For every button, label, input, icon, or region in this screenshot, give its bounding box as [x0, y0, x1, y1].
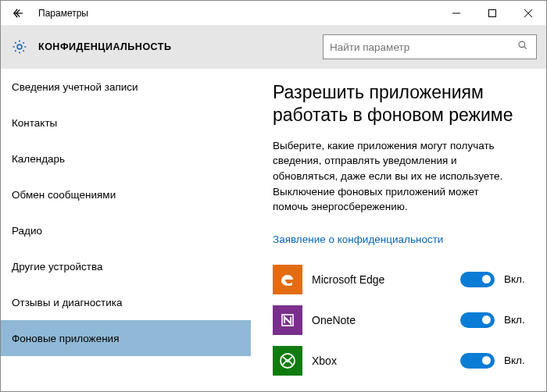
gear-icon — [10, 37, 29, 56]
content-pane: Разрешить приложениям работать в фоновом… — [251, 69, 546, 391]
app-name-label: Xbox — [312, 355, 451, 367]
app-name-label: OneNote — [312, 314, 451, 326]
app-row-edge: Microsoft Edge Вкл. — [273, 259, 531, 300]
sidebar-item-feedback[interactable]: Отзывы и диагностика — [1, 284, 251, 320]
search-icon — [517, 40, 530, 54]
app-row-xbox: Xbox Вкл. — [273, 340, 531, 381]
svg-point-6 — [519, 41, 525, 48]
toggle-state-label: Вкл. — [504, 355, 531, 366]
sidebar-item-label: Календарь — [12, 153, 65, 165]
sidebar-item-label: Сведения учетной записи — [12, 81, 138, 93]
minimize-button[interactable] — [438, 1, 474, 25]
back-button[interactable] — [1, 1, 35, 25]
window-title: Параметры — [35, 8, 88, 19]
settings-window: Параметры КОНФИДЕНЦИАЛЬНОСТЬ — [0, 0, 547, 392]
sidebar-item-other-devices[interactable]: Другие устройства — [1, 248, 251, 284]
sidebar-item-label: Другие устройства — [12, 261, 103, 273]
sidebar-item-contacts[interactable]: Контакты — [1, 105, 251, 141]
toggle-onenote[interactable] — [460, 312, 495, 328]
sidebar-item-calendar[interactable]: Календарь — [1, 141, 251, 176]
app-row-onenote: OneNote Вкл. — [273, 300, 531, 340]
svg-point-5 — [17, 45, 22, 49]
page-heading: Разрешить приложениям работать в фоновом… — [273, 81, 531, 127]
edge-icon — [273, 265, 302, 294]
sidebar-item-messaging[interactable]: Обмен сообщениями — [1, 176, 251, 212]
search-input[interactable] — [330, 41, 517, 53]
close-button[interactable] — [510, 1, 546, 25]
titlebar: Параметры — [1, 1, 546, 25]
toggle-xbox[interactable] — [460, 353, 495, 369]
svg-line-7 — [524, 47, 527, 49]
sidebar-item-radio[interactable]: Радио — [1, 212, 251, 248]
sidebar-item-label: Фоновые приложения — [12, 333, 119, 344]
sidebar: Сведения учетной записи Контакты Календа… — [1, 69, 251, 391]
page-description: Выберите, какие приложения могут получат… — [273, 138, 515, 215]
sidebar-item-label: Радио — [12, 225, 42, 237]
toggle-state-label: Вкл. — [504, 314, 531, 326]
sidebar-item-label: Контакты — [12, 117, 57, 129]
sidebar-item-label: Отзывы и диагностика — [12, 297, 123, 308]
close-icon — [524, 9, 532, 17]
search-box[interactable] — [323, 34, 537, 59]
xbox-icon — [273, 346, 302, 376]
minimize-icon — [452, 9, 460, 17]
sidebar-item-label: Обмен сообщениями — [12, 189, 116, 201]
sidebar-item-account-info[interactable]: Сведения учетной записи — [1, 69, 251, 105]
page-header: КОНФИДЕНЦИАЛЬНОСТЬ — [1, 25, 546, 69]
toggle-state-label: Вкл. — [504, 273, 531, 285]
privacy-statement-link[interactable]: Заявление о конфиденциальности — [273, 233, 443, 245]
onenote-icon — [273, 305, 302, 335]
maximize-icon — [488, 9, 496, 17]
maximize-button[interactable] — [474, 1, 510, 25]
sidebar-item-background-apps[interactable]: Фоновые приложения — [1, 320, 251, 356]
toggle-edge[interactable] — [460, 272, 495, 287]
app-name-label: Microsoft Edge — [312, 273, 451, 286]
category-title: КОНФИДЕНЦИАЛЬНОСТЬ — [38, 41, 171, 52]
svg-rect-2 — [489, 9, 496, 16]
